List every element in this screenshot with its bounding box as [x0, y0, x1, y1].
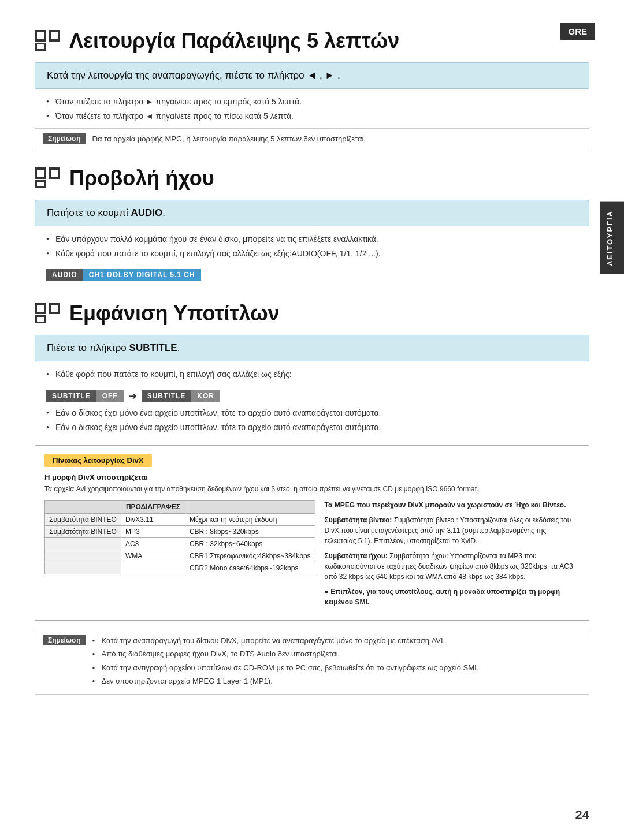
bottom-note-item-2: Από τις διαθέσιμες μορφές ήχου DivX, το …: [92, 648, 479, 660]
section3-bullet-1: Κάθε φορά που πατάτε το κουμπί, η επιλογ…: [46, 368, 589, 380]
section1-bullets: Όταν πιέζετε το πλήκτρο ► πηγαίνετε προς…: [46, 96, 589, 122]
svg-rect-5: [37, 44, 44, 49]
divx-row5-label: [45, 562, 121, 574]
section2-title: Προβολή ήχου: [69, 166, 214, 191]
bottom-note-item-3: Κατά την αντιγραφή αρχείου υποτίτλων σε …: [92, 662, 479, 674]
svg-rect-13: [37, 305, 44, 312]
divx-row4-label: [45, 550, 121, 562]
svg-rect-9: [51, 170, 58, 177]
divx-row-3: AC3 CBR : 32kbps~640kbps: [45, 537, 315, 550]
section1-note-label: Σημείωση: [43, 133, 86, 144]
section3-bullets: Κάθε φορά που πατάτε το κουμπί, η επιλογ…: [46, 368, 589, 380]
bottom-note-label: Σημείωση: [43, 635, 86, 645]
divx-subtitle: Η μορφή DivX υποστηρίζεται: [44, 473, 580, 481]
section1-icon: [35, 30, 62, 52]
bottom-note: Σημείωση Κατά την αναπαραγωγή του δίσκου…: [35, 630, 589, 695]
divx-row2-value: CBR : 8kbps~320kbps: [185, 525, 315, 537]
audio-display-bar: AUDIO CH1 DOLBY DIGITAL 5.1 CH: [46, 269, 201, 281]
section2-icon: [35, 167, 62, 189]
audio-chip: AUDIO: [46, 269, 83, 281]
subtitle-chip-2: SUBTITLE: [142, 390, 192, 402]
divx-row5-value: CBR2:Mono case:64kbps~192kbps: [185, 562, 315, 574]
divx-info-area: Τα MPEG που περιέχουν DivX μπορούν να χω…: [325, 500, 580, 612]
section1-note-text: Για τα αρχεία μορφής MPG, η λειτουργία π…: [92, 133, 366, 145]
svg-rect-17: [37, 317, 44, 322]
divx-th-3: [185, 500, 315, 513]
bottom-note-item-1: Κατά την αναπαραγωγή του δίσκου DivX, μπ…: [92, 635, 479, 647]
bottom-note-item-4: Δεν υποστηρίζονται αρχεία MPEG 1 Layer 1…: [92, 675, 479, 687]
section3-icon: [35, 303, 62, 324]
section1-bullet-2: Όταν πιέζετε το πλήκτρο ◄ πηγαίνετε προς…: [46, 110, 589, 122]
section1-note: Σημείωση Για τα αρχεία μορφής MPG, η λει…: [35, 128, 589, 150]
divx-table-area: ΠΡΟΔΙΑΓΡΑΦΕΣ Συμβατότητα ΒΙΝΤΕΟ DivX3.11…: [44, 500, 315, 612]
divx-row4-value: CBR1:Στερεοφωνικός:48kbps~384kbps: [185, 550, 315, 562]
divx-inner: ΠΡΟΔΙΑΓΡΑΦΕΣ Συμβατότητα ΒΙΝΤΕΟ DivX3.11…: [44, 500, 580, 612]
page-number: 24: [575, 808, 589, 823]
section3-bold: SUBTITLE: [129, 342, 177, 353]
divx-row1-spec: DivX3.11: [121, 513, 185, 525]
side-tab: ΛΕΙΤΟΥΡΓΙΑ: [600, 202, 624, 274]
audio-ch1-chip: CH1 DOLBY DIGITAL 5.1 CH: [83, 269, 201, 281]
divx-row-5: CBR2:Mono case:64kbps~192kbps: [45, 562, 315, 574]
divx-title-bar: Πίνακας λειτουργίας DivX: [44, 454, 152, 467]
divx-row2-label: Συμβατότητα ΒΙΝΤΕΟ: [45, 525, 121, 537]
section3-title-row: Εμφάνιση Υποτίτλων: [35, 301, 589, 326]
svg-rect-15: [51, 305, 58, 312]
section3-title: Εμφάνιση Υποτίτλων: [69, 301, 280, 326]
svg-rect-11: [37, 182, 44, 186]
subtitle-chip-1: SUBTITLE: [46, 390, 96, 402]
divx-row4-spec: WMA: [121, 550, 185, 562]
section2-bullet-2: Κάθε φορά που πατάτε το κουμπί, η επιλογ…: [46, 248, 589, 260]
arrow-right-icon: ➔: [128, 390, 137, 402]
divx-info-p1: Τα MPEG που περιέχουν DivX μπορούν να χω…: [325, 500, 580, 510]
divx-row5-spec: [121, 562, 185, 574]
section1-title-row: Λειτουργία Παράλειψης 5 λεπτών: [35, 29, 589, 53]
divx-row3-value: CBR : 32kbps~640kbps: [185, 537, 315, 550]
section2-title-row: Προβολή ήχου: [35, 166, 589, 191]
svg-rect-1: [37, 32, 44, 39]
section1-title: Λειτουργία Παράλειψης 5 λεπτών: [69, 29, 399, 53]
svg-rect-7: [37, 170, 44, 177]
divx-row-4: WMA CBR1:Στερεοφωνικός:48kbps~384kbps: [45, 550, 315, 562]
divx-row3-label: [45, 537, 121, 550]
section3-bullet-2: Εάν ο δίσκος έχει μόνο ένα αρχείο υποτίτ…: [46, 407, 589, 419]
section2-bold: AUDIO: [131, 207, 163, 218]
section1-bullet-1: Όταν πιέζετε το πλήκτρο ► πηγαίνετε προς…: [46, 96, 589, 108]
divx-row2-spec: MP3: [121, 525, 185, 537]
subtitle-off-chip: OFF: [96, 390, 124, 402]
divx-info-p4: ● Επιπλέον, για τους υποτίτλους, αυτή η …: [325, 587, 580, 607]
divx-desc: Τα αρχεία Avi χρησιμοποιούνται για την α…: [44, 484, 580, 494]
section3-bullets-extra: Εάν ο δίσκος έχει μόνο ένα αρχείο υποτίτ…: [46, 407, 589, 434]
divx-row1-value: Μέχρι και τη νεότερη έκδοση: [185, 513, 315, 525]
section1-instruction-box: Κατά την λειτουργία της αναπαραγωγής, πι…: [35, 62, 589, 89]
section3-instruction-box: Πιέστε το πλήκτρο SUBTITLE.: [35, 335, 589, 361]
section2-bullets: Εάν υπάρχουν πολλά κομμάτια ήχου σε έναν…: [46, 233, 589, 260]
section2-instruction-box: Πατήστε το κουμπί AUDIO.: [35, 200, 589, 226]
divx-info-p3: Συμβατότητα ήχου: Συμβατότητα ήχου: Υποσ…: [325, 551, 580, 582]
subtitle-kor-chip: KOR: [191, 390, 220, 402]
divx-table: ΠΡΟΔΙΑΓΡΑΦΕΣ Συμβατότητα ΒΙΝΤΕΟ DivX3.11…: [44, 500, 315, 574]
divx-info-p2: Συμβατότητα βίντεο: Συμβατότητα βίντεο :…: [325, 515, 580, 546]
divx-row-2: Συμβατότητα ΒΙΝΤΕΟ MP3 CBR : 8kbps~320kb…: [45, 525, 315, 537]
divx-th-2: ΠΡΟΔΙΑΓΡΑΦΕΣ: [121, 500, 185, 513]
divx-row-1: Συμβατότητα ΒΙΝΤΕΟ DivX3.11 Μέχρι και τη…: [45, 513, 315, 525]
section3-bullet-3: Εάν ο δίσκος έχει μόνο ένα αρχείο υποτίτ…: [46, 421, 589, 434]
page-container: GRE ΛΕΙΤΟΥΡΓΙΑ Λειτουργία Παράλειψης 5 λ…: [0, 0, 624, 840]
bottom-note-list: Κατά την αναπαραγωγή του δίσκου DivX, μπ…: [92, 635, 479, 689]
gre-badge: GRE: [560, 23, 595, 40]
subtitle-display-bar: SUBTITLE OFF ➔ SUBTITLE KOR: [46, 390, 220, 402]
svg-rect-3: [51, 32, 58, 39]
divx-container: Πίνακας λειτουργίας DivX Η μορφή DivX υπ…: [35, 445, 589, 621]
section1-instruction-text: Κατά την λειτουργία της αναπαραγωγής, πι…: [47, 70, 340, 81]
divx-th-1: [45, 500, 121, 513]
section2-bullet-1: Εάν υπάρχουν πολλά κομμάτια ήχου σε έναν…: [46, 233, 589, 245]
divx-row3-spec: AC3: [121, 537, 185, 550]
divx-row1-label: Συμβατότητα ΒΙΝΤΕΟ: [45, 513, 121, 525]
